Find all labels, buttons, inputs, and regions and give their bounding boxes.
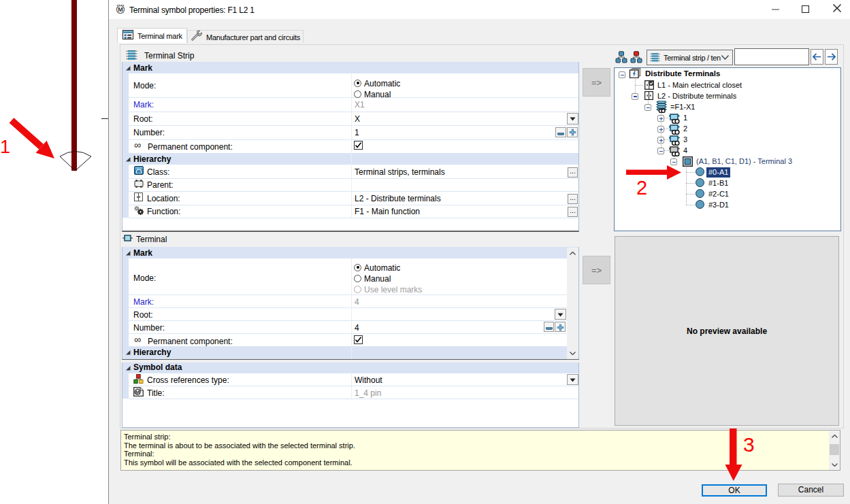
svg-text:M: M	[118, 6, 123, 13]
svg-text:M: M	[135, 389, 140, 395]
